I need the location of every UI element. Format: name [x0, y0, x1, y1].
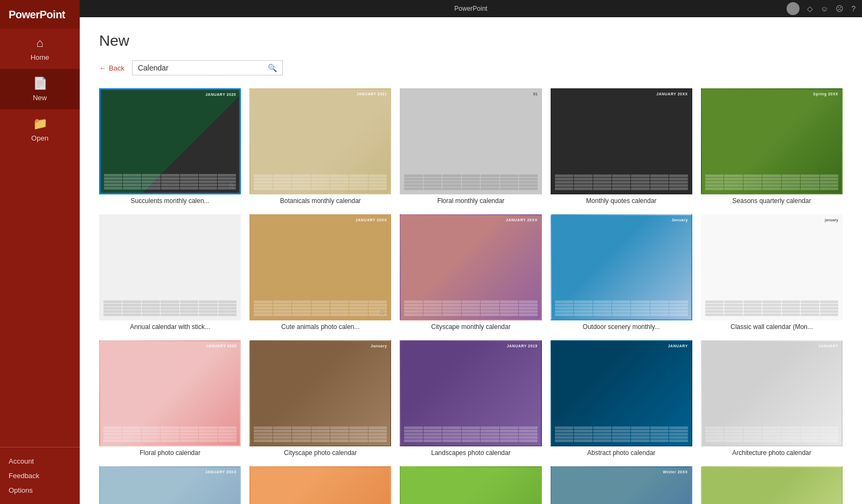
cal-grid-outdoor	[554, 299, 689, 317]
template-thumb-classic: january	[701, 214, 843, 320]
template-item-annual[interactable]: Annual calendar with stick...	[99, 214, 241, 332]
sidebar-item-feedback[interactable]: Feedback	[0, 468, 80, 483]
template-thumb-row4a: JANUARY 20XX	[99, 466, 241, 504]
cal-grid-classic	[704, 299, 839, 317]
app-logo: PowerPoint	[0, 0, 80, 29]
favorite-icon-animals[interactable]: ☆	[379, 308, 386, 317]
cal-grid-landscapes	[403, 425, 538, 443]
sidebar-bottom: Account Feedback Options	[0, 447, 80, 504]
sidebar-item-home[interactable]: ⌂ Home	[0, 29, 80, 69]
home-icon: ⌂	[36, 36, 43, 50]
sidebar-item-account[interactable]: Account	[0, 454, 80, 468]
cal-overlay-landscapes	[401, 341, 540, 445]
template-item-succulents[interactable]: JANUARY 2020☆Succulents monthly calen...	[99, 88, 241, 206]
cal-overlay-row4d	[552, 467, 691, 504]
sidebar-item-home-label: Home	[31, 53, 50, 61]
sidebar-item-open[interactable]: 📁 Open	[0, 109, 80, 150]
template-thumb-row4b	[249, 466, 391, 504]
template-item-botanicals[interactable]: JANUARY 2021Botanicals monthly calendar	[249, 88, 391, 206]
back-button[interactable]: ← Back	[99, 64, 124, 72]
user-avatar[interactable]	[787, 2, 800, 15]
template-item-row4a[interactable]: JANUARY 20XX	[99, 466, 241, 504]
template-thumb-botanicals: JANUARY 2021	[249, 88, 391, 194]
favorite-icon-succulents[interactable]: ☆	[228, 181, 235, 190]
emoji-smile-icon[interactable]: ☺	[821, 4, 828, 13]
back-label: Back	[109, 64, 124, 72]
cal-grid-architecture	[704, 425, 839, 443]
cal-overlay-row4c	[401, 467, 540, 504]
template-item-row4c[interactable]	[400, 466, 541, 504]
cal-overlay-floral	[401, 89, 540, 193]
template-label-cityscape: Cityscape monthly calendar	[400, 323, 541, 332]
template-item-cityscape[interactable]: JANUARY 20XXCityscape monthly calendar	[400, 214, 541, 332]
cal-overlay-row4e	[702, 467, 842, 504]
template-grid: JANUARY 2020☆Succulents monthly calen...…	[99, 88, 843, 504]
cal-overlay-cityscape-photo	[251, 341, 390, 445]
cal-overlay-annual	[100, 215, 240, 319]
template-thumb-row4e	[701, 466, 843, 504]
cal-overlay-animals	[251, 215, 390, 319]
new-icon: 📄	[33, 76, 47, 90]
face-icon[interactable]: ☹	[836, 4, 844, 13]
template-item-abstract[interactable]: JANUARYAbstract photo calendar	[551, 340, 692, 458]
template-item-architecture[interactable]: JANUARYArchitecture photo calendar	[701, 340, 843, 458]
search-input[interactable]	[138, 64, 268, 72]
template-label-abstract: Abstract photo calendar	[551, 449, 692, 458]
topbar: PowerPoint ◇ ☺ ☹ ?	[80, 0, 862, 17]
template-thumb-row4c	[400, 466, 541, 504]
page-title: New	[99, 32, 843, 50]
sidebar: PowerPoint ⌂ Home 📄 New 📁 Open Account F…	[0, 0, 80, 504]
main-content: PowerPoint ◇ ☺ ☹ ? New ← Back 🔍 JANUARY …	[80, 0, 862, 504]
template-item-landscapes[interactable]: JANUARY 2019Landscapes photo calendar	[400, 340, 541, 458]
template-thumb-floral: 01	[400, 88, 541, 194]
template-thumb-succulents: JANUARY 2020☆	[99, 88, 241, 194]
diamond-icon[interactable]: ◇	[807, 4, 813, 13]
template-item-cityscape-photo[interactable]: JanuaryCityscape photo calendar	[249, 340, 391, 458]
template-item-quotes[interactable]: JANUARY 20XXMonthly quotes calendar	[551, 88, 692, 206]
template-thumb-quotes: JANUARY 20XX	[551, 88, 692, 194]
sidebar-nav: ⌂ Home 📄 New 📁 Open	[0, 29, 80, 447]
template-label-quotes: Monthly quotes calendar	[551, 197, 692, 206]
sidebar-item-new[interactable]: 📄 New	[0, 69, 80, 109]
cal-overlay-classic	[702, 215, 842, 319]
cal-grid-botanicals	[253, 173, 388, 191]
cal-grid-quotes	[554, 173, 689, 191]
topbar-title: PowerPoint	[454, 5, 487, 12]
template-item-outdoor[interactable]: JanuaryOutdoor scenery monthly...	[551, 214, 692, 332]
cal-grid-seasons	[704, 173, 839, 191]
template-label-architecture: Architecture photo calendar	[701, 449, 843, 458]
cal-overlay-succulents	[101, 90, 239, 193]
template-item-classic[interactable]: januaryClassic wall calendar (Mon...	[701, 214, 843, 332]
template-thumb-floral-photo: JANUARY 2000	[99, 340, 241, 446]
cal-grid-cityscape-photo	[253, 425, 388, 443]
template-item-floral-photo[interactable]: JANUARY 2000Floral photo calendar	[99, 340, 241, 458]
cal-overlay-outdoor	[552, 215, 691, 319]
template-item-floral[interactable]: 01Floral monthly calendar	[400, 88, 541, 206]
template-label-succulents: Succulents monthly calen...	[99, 197, 241, 206]
template-item-seasons[interactable]: Spring 20XXSeasons quarterly calendar	[701, 88, 843, 206]
open-icon: 📁	[33, 117, 47, 131]
template-item-row4b[interactable]	[249, 466, 391, 504]
search-icon[interactable]: 🔍	[268, 64, 277, 72]
template-label-floral-photo: Floral photo calendar	[99, 449, 241, 458]
template-item-row4e[interactable]	[701, 466, 843, 504]
template-label-seasons: Seasons quarterly calendar	[701, 197, 843, 206]
cal-grid-succulents	[103, 173, 237, 191]
cal-overlay-row4a	[100, 467, 240, 504]
help-icon[interactable]: ?	[851, 4, 856, 13]
template-thumb-outdoor: January	[551, 214, 692, 320]
template-label-outdoor: Outdoor scenery monthly...	[551, 323, 692, 332]
template-item-row4d[interactable]: Winter 20XX	[551, 466, 692, 504]
cal-overlay-quotes	[552, 89, 691, 193]
cal-overlay-architecture	[702, 341, 842, 445]
template-thumb-seasons: Spring 20XX	[701, 88, 843, 194]
cal-overlay-botanicals	[251, 89, 390, 193]
template-item-animals[interactable]: JANUARY 20XX☆Cute animals photo calen...	[249, 214, 391, 332]
cal-grid-cityscape	[403, 299, 538, 317]
cal-overlay-abstract	[552, 341, 691, 445]
template-thumb-landscapes: JANUARY 2019	[400, 340, 541, 446]
template-thumb-architecture: JANUARY	[701, 340, 843, 446]
sidebar-item-options[interactable]: Options	[0, 483, 80, 498]
sidebar-item-new-label: New	[33, 94, 47, 102]
template-thumb-animals: JANUARY 20XX☆	[249, 214, 391, 320]
